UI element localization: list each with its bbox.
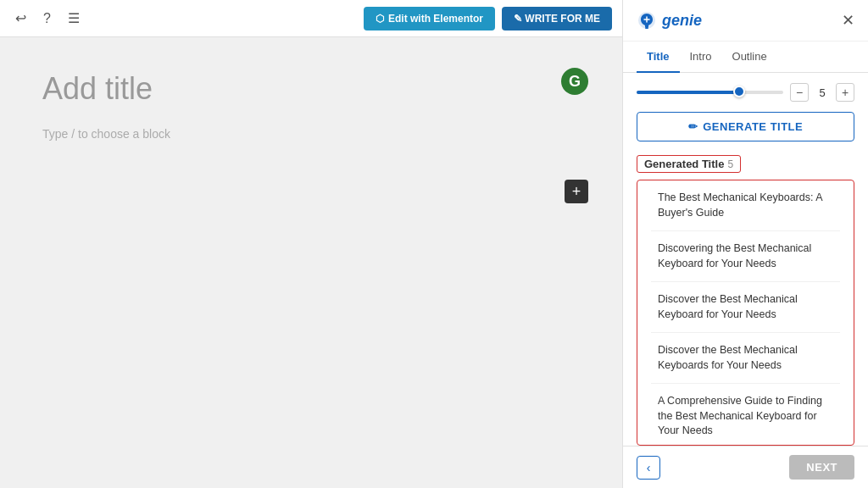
next-button[interactable]: NEXT bbox=[789, 455, 854, 480]
slider-track[interactable] bbox=[637, 91, 783, 94]
title-item[interactable]: Discover the Best Mechanical Keyboards f… bbox=[651, 333, 840, 384]
title-item[interactable]: The Best Mechanical Keyboards: A Buyer's… bbox=[651, 180, 840, 231]
generated-title-count: 5 bbox=[727, 158, 733, 170]
elementor-icon: ⬡ bbox=[376, 13, 384, 25]
edit-elementor-button[interactable]: ⬡ Edit with Elementor bbox=[364, 7, 495, 30]
elementor-label: Edit with Elementor bbox=[388, 13, 483, 25]
genie-footer: ‹ NEXT bbox=[623, 446, 868, 488]
stepper-plus-button[interactable]: + bbox=[836, 83, 854, 102]
generate-icon: ✏ bbox=[688, 120, 698, 133]
generate-title-button[interactable]: ✏ GENERATE TITLE bbox=[637, 112, 854, 141]
menu-button[interactable]: ☰ bbox=[63, 7, 85, 30]
stepper-minus-button[interactable]: − bbox=[790, 83, 809, 102]
write-for-me-button[interactable]: ✎ WRITE FOR ME bbox=[502, 7, 612, 30]
write-label: ✎ WRITE FOR ME bbox=[514, 13, 600, 25]
close-button[interactable]: ✕ bbox=[842, 11, 854, 30]
title-item[interactable]: Discover the Best Mechanical Keyboard fo… bbox=[651, 282, 840, 333]
avatar-g[interactable]: G bbox=[561, 68, 588, 95]
chevron-left-icon: ‹ bbox=[647, 461, 651, 474]
tab-outline[interactable]: Outline bbox=[722, 42, 777, 73]
block-placeholder: Type / to choose a block bbox=[42, 127, 580, 141]
help-button[interactable]: ? bbox=[38, 8, 56, 30]
stepper-value: 5 bbox=[815, 86, 829, 99]
generated-title-header: Generated Title 5 bbox=[623, 152, 868, 180]
tab-intro[interactable]: Intro bbox=[680, 42, 722, 73]
title-item[interactable]: A Comprehensive Guide to Finding the Bes… bbox=[651, 384, 840, 446]
tab-title[interactable]: Title bbox=[637, 42, 680, 73]
genie-logo-icon bbox=[637, 10, 657, 30]
add-block-button[interactable]: + bbox=[565, 180, 588, 203]
title-item[interactable]: Discovering the Best Mechanical Keyboard… bbox=[651, 231, 840, 282]
editor-content: Add title Type / to choose a block G + bbox=[0, 37, 622, 488]
generated-title-badge: Generated Title 5 bbox=[637, 155, 741, 173]
title-placeholder[interactable]: Add title bbox=[42, 71, 580, 107]
genie-header: genie ✕ bbox=[623, 0, 868, 42]
genie-logo-text: genie bbox=[662, 12, 702, 30]
toolbar: ↩ ? ☰ ⬡ Edit with Elementor ✎ WRITE FOR … bbox=[0, 0, 622, 37]
genie-panel: genie ✕ Title Intro Outline − 5 + ✏ GENE… bbox=[622, 0, 868, 488]
slider-thumb bbox=[733, 86, 745, 97]
genie-logo: genie bbox=[637, 10, 702, 30]
genie-tabs: Title Intro Outline bbox=[623, 42, 868, 73]
slider-row: − 5 + bbox=[623, 73, 868, 112]
prev-button[interactable]: ‹ bbox=[637, 456, 660, 480]
title-list: The Best Mechanical Keyboards: A Buyer's… bbox=[637, 180, 854, 446]
undo-button[interactable]: ↩ bbox=[10, 7, 31, 30]
generated-title-label: Generated Title bbox=[644, 158, 724, 170]
svg-rect-1 bbox=[645, 27, 648, 29]
slider-fill bbox=[637, 91, 739, 94]
editor-area: ↩ ? ☰ ⬡ Edit with Elementor ✎ WRITE FOR … bbox=[0, 0, 622, 488]
